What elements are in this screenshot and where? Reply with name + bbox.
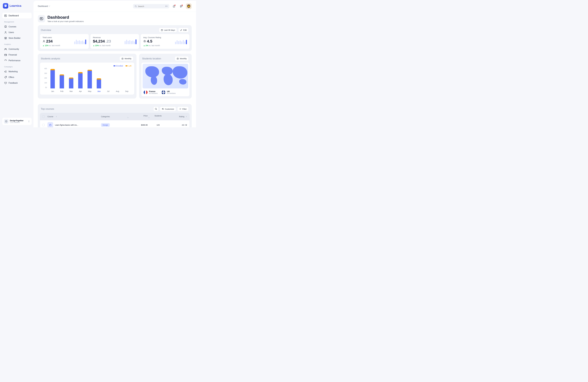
svg-point-0 — [5, 5, 5, 6]
sidebar-label: Courses — [9, 25, 16, 28]
svg-point-1 — [6, 5, 6, 6]
kpi-rating: Avg. Courses Rating 4.5 ▲ 2% vs. last mo… — [141, 34, 190, 49]
sort-icon — [127, 117, 129, 118]
svg-point-7 — [6, 48, 6, 49]
sidebar-item-performance[interactable]: Performance — [2, 58, 32, 64]
kpi-value: 234 — [46, 39, 53, 43]
col-students[interactable]: Students — [148, 115, 169, 118]
brand-name: Learnica — [10, 4, 21, 7]
students-analysis-panel: Students analysis Monthly Enrolled Left — [38, 54, 136, 98]
page-subtitle: Take a look at your main growth indicato… — [47, 20, 84, 22]
avatar[interactable]: 🧔 — [186, 3, 191, 9]
svg-point-4 — [5, 15, 6, 15]
customize-button[interactable]: Customize — [160, 106, 176, 111]
col-categories[interactable]: Categories — [101, 116, 127, 118]
sidebar-label: Store Builder — [9, 37, 21, 39]
sparkline — [125, 39, 136, 44]
kpi-total-users: Total users 234 ▲ 12% vs. last month — [40, 34, 89, 49]
wallet-icon — [4, 53, 7, 56]
table-search-button[interactable] — [153, 106, 159, 111]
sidebar-item-feedback[interactable]: Feedback — [2, 80, 32, 86]
workspace-switcher[interactable]: DesignTogether 1,212 members — [2, 118, 32, 125]
kpi-pct: 23% — [95, 44, 99, 46]
svg-rect-19 — [161, 29, 163, 31]
sparkline — [175, 39, 187, 44]
search-icon — [155, 108, 157, 110]
filter-icon — [179, 108, 181, 110]
star-icon — [185, 124, 187, 126]
search-input[interactable]: ⌘K — [133, 4, 169, 8]
kpi-pct: 2% — [146, 44, 148, 46]
table-row[interactable]: Learn figma basics with ins... Design $3… — [40, 120, 189, 127]
filter-button[interactable]: Filter — [177, 106, 189, 111]
country-uk[interactable]: UK 64 members — [162, 90, 176, 94]
kpi-label: Avg. Courses Rating — [143, 36, 161, 39]
breadcrumb[interactable]: Dashboard / — [38, 5, 50, 7]
world-map[interactable] — [143, 64, 188, 88]
svg-point-10 — [6, 77, 6, 77]
students-range-button[interactable]: Monthly — [120, 56, 133, 61]
search-kbd: ⌘K — [165, 5, 168, 7]
sidebar-item-courses[interactable]: Courses — [2, 24, 32, 30]
svg-point-20 — [43, 40, 44, 41]
kpi-delta-txt: vs. last month — [49, 44, 60, 46]
messages-button[interactable] — [179, 4, 184, 9]
col-rating[interactable]: Rating — [168, 116, 187, 118]
svg-rect-21 — [122, 58, 123, 59]
notifications-button[interactable] — [171, 4, 177, 9]
book-icon — [4, 25, 7, 28]
sidebar-item-community[interactable]: Community — [2, 46, 32, 52]
col-course[interactable]: Course — [47, 116, 101, 118]
students-chart: Enrolled Left 40030020010050 JanFebMarAp… — [40, 62, 134, 95]
sidebar-label: Performance — [9, 59, 21, 62]
nav-section-campaigns: Campaigns — [2, 64, 32, 69]
course-title: Learn figma basics with ins... — [55, 124, 78, 126]
notification-badge — [174, 5, 175, 6]
sidebar-item-users[interactable]: Users — [2, 30, 32, 35]
sidebar-item-financial[interactable]: Financial — [2, 52, 32, 58]
top-courses-title: Top courses — [41, 107, 54, 110]
search-icon — [135, 5, 137, 7]
sidebar-item-marketing[interactable]: Marketing — [2, 69, 32, 74]
nav-section-analytics: Analytics — [2, 41, 32, 46]
country-france[interactable]: France 83 members — [144, 90, 158, 94]
country-list: France 83 members UK 64 members — [143, 88, 188, 95]
courses-table: Course Categories Price Students Rating … — [40, 113, 190, 127]
page-title: Dashboard — [47, 15, 84, 20]
col-price[interactable]: Price — [127, 115, 148, 118]
svg-point-11 — [135, 5, 136, 7]
sidebar-item-store-builder[interactable]: Store Builder — [2, 35, 32, 41]
sidebar-label: Marketing — [9, 70, 18, 73]
brand[interactable]: Learnica — [2, 2, 32, 11]
user-icon — [4, 31, 7, 34]
row-checkbox[interactable] — [42, 124, 44, 126]
sidebar-item-offers[interactable]: Offers — [2, 74, 32, 80]
topbar: Dashboard / ⌘K 🧔 — [33, 1, 196, 12]
search-field[interactable] — [138, 5, 165, 7]
chevron-up-down-icon — [28, 120, 30, 123]
location-range-button[interactable]: Monthly — [175, 56, 189, 61]
nav: Dashboard Management Courses Users Store… — [2, 13, 32, 118]
nav-section-management: Management — [2, 19, 32, 24]
sidebar-label: Users — [9, 31, 14, 34]
svg-point-14 — [181, 6, 181, 6]
overview-title: Overview — [41, 29, 51, 32]
kpi-value: 4.5 — [147, 39, 152, 43]
sort-icon — [56, 116, 57, 117]
tag-icon — [4, 76, 7, 79]
figma-icon — [47, 122, 53, 127]
page-header: Dashboard Take a look at your main growt… — [38, 15, 191, 22]
calendar-icon — [122, 58, 124, 60]
sort-icon — [148, 117, 150, 118]
edit-button[interactable]: Edit — [178, 28, 189, 32]
kpi-revenue: Revenue $4,234.23 ▲ 23% vs. last month — [90, 34, 139, 49]
course-price: $399.99 — [127, 124, 148, 126]
calendar-icon — [177, 58, 179, 60]
calendar-icon — [161, 29, 163, 31]
select-all-checkbox[interactable] — [42, 115, 44, 118]
course-rating: 4.6 — [182, 124, 184, 126]
sidebar-item-dashboard[interactable]: Dashboard — [2, 13, 32, 19]
star-icon — [143, 40, 146, 43]
date-range-button[interactable]: Last 30 days — [159, 28, 177, 32]
community-icon — [4, 48, 7, 51]
